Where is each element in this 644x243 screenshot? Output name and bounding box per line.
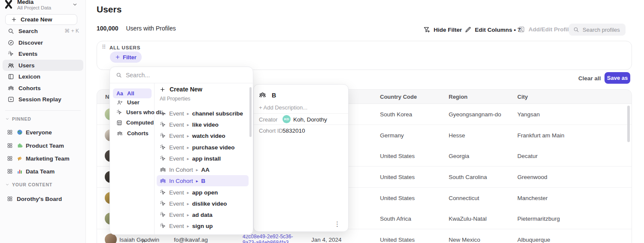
cell-country: South Africa — [380, 216, 411, 222]
event-cursor-icon — [160, 212, 166, 218]
cell-distinct-id[interactable]: 42c08e49-2e92-5c36- 9a73-a84eb8684fa3 — [243, 234, 293, 243]
tab-all[interactable]: Aa All — [113, 88, 152, 98]
chevron-separator: ▸ — [187, 224, 189, 228]
sidebar-item-label: Events — [18, 51, 37, 57]
hide-filter-button[interactable]: Hide Filter — [423, 26, 462, 33]
create-new-button[interactable]: Create New — [5, 14, 77, 25]
cell-email: fo@ikavaf.ag — [174, 237, 208, 243]
page-title: Users — [97, 4, 122, 15]
dropdown-search-input[interactable] — [126, 72, 233, 79]
sidebar-item-events[interactable]: Events — [3, 48, 83, 59]
sidebar-item-label: Users — [18, 62, 35, 69]
project-name[interactable]: Media — [17, 0, 33, 5]
clear-all-button[interactable]: Clear all — [578, 75, 601, 82]
edit-columns-button[interactable]: Edit Columns • 7 — [465, 26, 521, 33]
board-label: Product Team — [26, 143, 64, 149]
property-item-dislike-video[interactable]: Event▸dislike video — [157, 198, 249, 209]
dropdown-create-new[interactable]: Create New — [160, 86, 202, 93]
search-icon — [116, 72, 122, 78]
column-header-region[interactable]: Region — [449, 94, 468, 100]
cohort-people-icon — [117, 131, 123, 137]
add-edit-profile-button[interactable]: Add/Edit Profile — [518, 26, 572, 33]
event-cursor-icon — [160, 223, 166, 229]
board-grid-icon — [7, 168, 13, 174]
board-grid-icon — [7, 129, 13, 135]
cell-country: South Korea — [380, 111, 412, 118]
chevron-separator: ▸ — [187, 145, 189, 150]
sidebar-item-search[interactable]: Search ⌘ + K — [3, 25, 83, 36]
dropdown-search-row — [110, 67, 253, 83]
column-header-country[interactable]: Country Code — [380, 94, 417, 100]
event-cursor-icon — [160, 155, 166, 162]
column-header-city[interactable]: City — [517, 94, 528, 100]
search-profiles-input[interactable] — [583, 27, 621, 33]
property-item-ad-data[interactable]: Event▸ad data — [157, 209, 249, 220]
sidebar-item-label: Lexicon — [18, 73, 40, 80]
tab-cohorts[interactable]: Cohorts — [113, 128, 152, 138]
bar-chart-emoji-icon — [17, 168, 23, 174]
tab-computed[interactable]: Computed — [113, 118, 152, 128]
sidebar-item-session-replay[interactable]: Session Replay — [3, 94, 83, 105]
property-item-app-install[interactable]: Event▸app install — [157, 153, 249, 164]
sidebar-board-everyone[interactable]: Everyone — [3, 127, 82, 138]
sidebar-board-product-team[interactable]: Product Team — [3, 140, 82, 151]
compass-icon — [8, 39, 14, 46]
funnel-plus-icon — [423, 26, 430, 33]
tab-label: User — [127, 99, 140, 106]
chevron-down-icon — [5, 117, 9, 121]
cell-region: New Mexico — [449, 237, 480, 243]
board-grid-icon — [7, 196, 13, 202]
globe-emoji-icon — [17, 129, 23, 135]
property-item-sign-up[interactable]: Event▸sign up — [157, 220, 249, 231]
add-description-link[interactable]: + Add Description... — [259, 104, 307, 111]
search-icon — [8, 28, 14, 34]
sidebar-item-lexicon[interactable]: Lexicon — [3, 71, 83, 82]
tab-user[interactable]: User — [113, 97, 152, 107]
filter-card: ⠿ ALL USERS Filter — [97, 41, 632, 70]
property-item-app-open[interactable]: Event▸app open — [157, 187, 249, 198]
sidebar-board-marketing-team[interactable]: Marketing Team — [3, 153, 82, 164]
board-grid-icon — [7, 155, 13, 161]
lexicon-book-icon — [8, 73, 14, 80]
save-as-button[interactable]: Save as — [605, 72, 630, 84]
pinned-section-header[interactable]: PINNED — [5, 116, 31, 122]
property-item-like-video[interactable]: Event▸like video — [157, 119, 249, 130]
property-item-watch-video[interactable]: Event▸watch video — [157, 130, 249, 141]
search-shortcut: ⌘ + K — [64, 28, 79, 34]
sidebar-item-users[interactable]: Users — [3, 60, 83, 71]
cell-city: Greenwood — [517, 174, 547, 180]
chevron-down-icon[interactable] — [72, 2, 78, 7]
cell-country: United States — [380, 195, 415, 201]
add-edit-profile-label: Add/Edit Profile — [529, 26, 572, 33]
more-options-icon[interactable]: ⋮ — [334, 222, 340, 226]
table-scrollbar[interactable] — [627, 106, 630, 142]
drag-handle-icon[interactable]: ⠿ — [102, 44, 106, 50]
chevron-separator: ▸ — [187, 190, 189, 195]
sidebar-board-dorothys-board[interactable]: Dorothy's Board — [3, 193, 82, 204]
chevron-separator: ▸ — [187, 201, 189, 206]
sidebar-item-cohorts[interactable]: Cohorts — [3, 82, 83, 94]
property-item-channel-subscribe[interactable]: Event▸channel subscribe — [157, 108, 249, 119]
property-item-in-cohort-b[interactable]: In Cohort▸B — [157, 175, 249, 186]
cell-country: United States — [380, 153, 415, 159]
add-filter-button[interactable]: Filter — [110, 52, 142, 63]
property-item-in-cohort-aa[interactable]: In Cohort▸AA — [157, 164, 249, 175]
cell-region: Connecticut — [449, 195, 479, 201]
property-item-purchase-video[interactable]: Event▸purchase video — [157, 142, 249, 153]
filter-dropdown: Aa All User Users who di... Computed Coh… — [109, 67, 253, 235]
your-content-section-header[interactable]: YOUR CONTENT — [5, 182, 52, 187]
sidebar-item-label: Cohorts — [18, 85, 41, 91]
chevron-separator: ▸ — [187, 156, 189, 161]
profile-count-label: Users with Profiles — [126, 25, 176, 32]
creator-avatar: KD — [283, 115, 291, 123]
sidebar-board-data-team[interactable]: Data Team — [3, 166, 82, 177]
media-logo-icon — [4, 0, 13, 9]
board-grid-icon — [7, 143, 13, 149]
collapse-panel-icon[interactable] — [141, 238, 148, 243]
tab-users-who-did[interactable]: Users who di... — [113, 107, 152, 117]
dropdown-category-tabs: Aa All User Users who di... Computed Coh… — [110, 83, 155, 234]
sidebar-item-discover[interactable]: Discover — [3, 37, 83, 48]
add-filter-label: Filter — [123, 54, 137, 61]
dropdown-scrollbar[interactable] — [249, 87, 252, 137]
user-properties-icon — [117, 100, 123, 106]
